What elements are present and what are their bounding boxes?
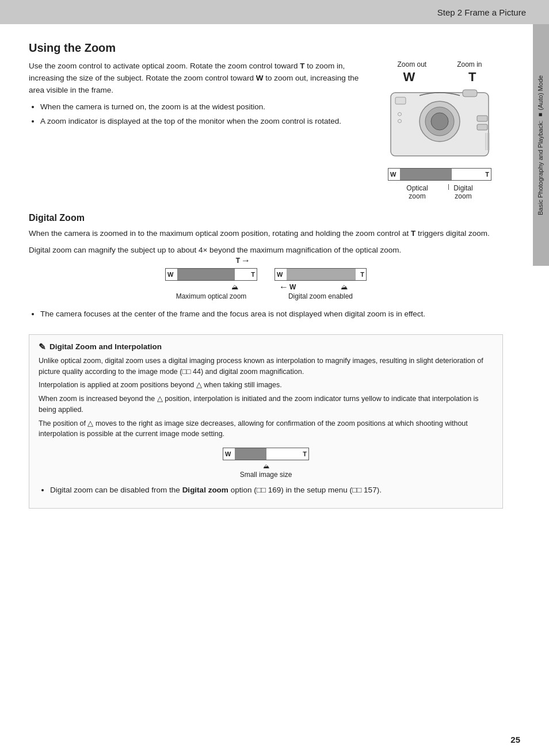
zoom-out-in-labels: Zoom out Zoom in xyxy=(376,60,503,68)
si-bar: W T xyxy=(223,448,309,460)
main-content: Using the Zoom Use the zoom control to a… xyxy=(0,24,549,534)
zoom-diagram-top: Zoom out Zoom in W T xyxy=(376,60,503,200)
digital-zoom-bullet: The camera focuses at the center of the … xyxy=(40,308,503,320)
bar-w: W xyxy=(388,171,398,178)
digital-zoom-bullet-list: The camera focuses at the center of the … xyxy=(40,308,503,320)
side-tab: Basic Photography and Playback: ■ (Auto)… xyxy=(533,24,549,266)
digital-zoom-label: Digitalzoom xyxy=(453,184,472,200)
side-tab-text: Basic Photography and Playback: ■ (Auto)… xyxy=(536,75,545,215)
zoom-out-label: Zoom out xyxy=(397,60,426,68)
svg-point-3 xyxy=(431,113,448,130)
small-image-label: Small image size xyxy=(39,471,493,479)
digital-zoom-title: Digital Zoom xyxy=(29,213,503,223)
camera-svg-wrap: ⬡ ⬡ xyxy=(376,87,503,163)
si-caption: Small image size xyxy=(39,471,493,479)
note-para-2: Interpolation is applied at zoom positio… xyxy=(39,380,493,391)
max-optical-fill xyxy=(177,269,235,280)
zoom-in-label: Zoom in xyxy=(457,60,482,68)
digital-zoom-para2: Digital zoom can magnify the subject up … xyxy=(29,245,503,257)
note-title: ✎ Digital Zoom and Interpolation xyxy=(39,342,493,352)
max-optical-item: T→ W T ⛰ Maximum optical zoom xyxy=(165,268,257,300)
svg-rect-7 xyxy=(477,124,487,130)
note-para-3: When zoom is increased beyond the △ posi… xyxy=(39,394,493,415)
zoom-wt-labels: W T xyxy=(376,70,503,85)
svg-text:⬡: ⬡ xyxy=(398,119,402,124)
digital-enabled-item: ←W W T ⛰ Digital zoom enabled xyxy=(274,268,367,300)
digital-enabled-caption: Digital zoom enabled xyxy=(274,292,367,300)
zoom-bullet-2: A zoom indicator is displayed at the top… xyxy=(40,116,365,128)
svg-rect-5 xyxy=(463,90,477,97)
dz-w1: W xyxy=(166,271,175,278)
max-optical-caption: Maximum optical zoom xyxy=(165,292,257,300)
digital-zoom-para1: When the camera is zoomed in to the maxi… xyxy=(29,228,503,240)
section-digital-zoom: Digital Zoom When the camera is zoomed i… xyxy=(29,213,503,320)
top-section-text: Use the zoom control to activate optical… xyxy=(29,60,365,200)
zoom-bullet-1: When the camera is turned on, the zoom i… xyxy=(40,101,365,113)
si-w: W xyxy=(223,450,232,457)
optical-digital-bar: W T xyxy=(388,168,491,181)
note-para-4: The position of △ moves to the right as … xyxy=(39,418,493,440)
digital-enabled-bar: W T xyxy=(274,268,367,281)
header-title: Step 2 Frame a Picture xyxy=(437,7,526,17)
dz-t1: T xyxy=(249,271,257,278)
optical-digital-bar-wrap: W T Opticalzoom Digitalzoom xyxy=(376,168,503,200)
header-bar: Step 2 Frame a Picture xyxy=(0,0,549,24)
dz-t2: T xyxy=(359,271,366,278)
note-footer-list: Digital zoom can be disabled from the Di… xyxy=(50,484,493,497)
si-marker: ⛰ xyxy=(263,463,269,469)
bar-t: T xyxy=(483,171,491,178)
dz-w2: W xyxy=(275,271,284,278)
optical-zoom-label: Opticalzoom xyxy=(406,184,428,200)
svg-rect-6 xyxy=(477,116,487,121)
note-pencil-icon: ✎ xyxy=(39,342,46,352)
page-number: 25 xyxy=(510,735,520,744)
svg-rect-4 xyxy=(395,97,406,104)
si-fill xyxy=(235,448,266,460)
si-bar-wrap: W T ⛰ xyxy=(223,448,309,460)
note-footer-bullet: Digital zoom can be disabled from the Di… xyxy=(50,484,493,497)
svg-text:⬡: ⬡ xyxy=(398,112,402,117)
using-zoom-title: Using the Zoom xyxy=(29,41,503,55)
digital-zoom-diagram: T→ W T ⛰ Maximum optical zoom xyxy=(29,268,503,300)
note-title-text: Digital Zoom and Interpolation xyxy=(49,342,162,351)
max-optical-bar-wrap: T→ W T ⛰ xyxy=(165,268,257,281)
camera-diagram-svg: ⬡ ⬡ xyxy=(385,87,494,162)
section-using-zoom: Using the Zoom Use the zoom control to a… xyxy=(29,41,503,200)
digital-enabled-bar-wrap: ←W W T ⛰ xyxy=(274,268,367,281)
zoom-bullet-list: When the camera is turned on, the zoom i… xyxy=(40,101,365,128)
digital-fill xyxy=(287,269,356,280)
zoom-intro-text: Use the zoom control to activate optical… xyxy=(29,60,365,97)
small-image-diagram: W T ⛰ Small image size xyxy=(39,448,493,479)
top-section: Use the zoom control to activate optical… xyxy=(29,60,503,200)
mountain-icon-1: ⛰ xyxy=(231,283,238,291)
note-box: ✎ Digital Zoom and Interpolation Unlike … xyxy=(29,334,503,509)
si-t: T xyxy=(301,450,308,457)
zoom-w-label: W xyxy=(403,70,415,85)
note-para-1: Unlike optical zoom, digital zoom uses a… xyxy=(39,356,493,377)
t-arrow-above: T→ xyxy=(236,255,250,266)
zoom-t-label: T xyxy=(468,70,476,85)
max-optical-bar: W T xyxy=(165,268,257,281)
optical-digital-labels: Opticalzoom Digitalzoom xyxy=(388,184,491,200)
w-arrow-below: ←W xyxy=(279,282,296,292)
mountain-icon-2: ⛰ xyxy=(341,283,348,291)
